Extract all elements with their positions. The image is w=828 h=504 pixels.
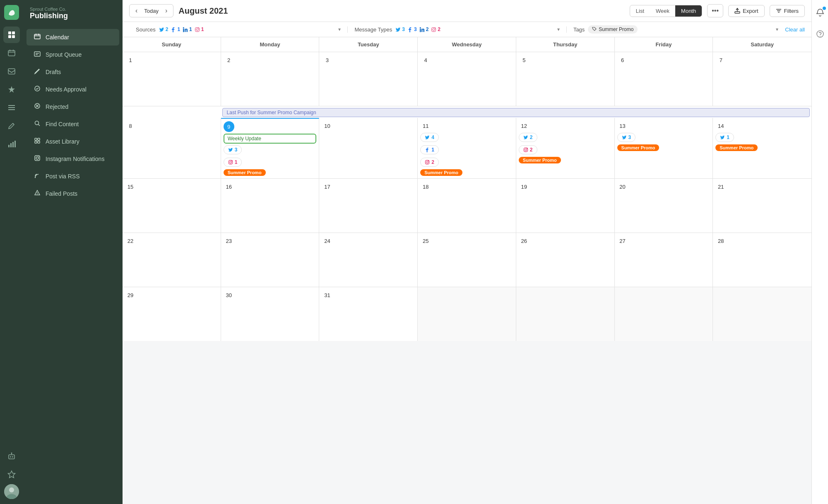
day-aug3[interactable]: 3 <box>319 52 418 106</box>
next-button[interactable]: › <box>163 6 170 15</box>
sidebar-item-asset-library[interactable]: Asset Library <box>26 133 119 150</box>
sidebar-item-drafts[interactable]: Drafts <box>26 64 119 80</box>
day-aug21[interactable]: 21 <box>713 179 811 233</box>
rail-analytics-icon[interactable] <box>3 136 20 152</box>
day-aug27[interactable]: 27 <box>615 233 713 287</box>
rail-pin-icon[interactable] <box>3 81 20 98</box>
event-instagram-1[interactable]: 1 <box>224 158 242 167</box>
day-aug9[interactable]: 9 Weekly Update 3 1 <box>221 118 320 178</box>
sources-arrow-icon[interactable]: ▾ <box>338 26 341 32</box>
export-button[interactable]: Export <box>728 5 765 17</box>
message-types-arrow-icon[interactable]: ▾ <box>557 26 560 32</box>
rail-list-icon[interactable] <box>3 99 20 116</box>
rail-calendar-icon[interactable] <box>3 45 20 61</box>
tag-summer-promo-12[interactable]: Summer Promo <box>519 157 561 163</box>
tag-summer-promo-9[interactable]: Summer Promo <box>224 169 266 176</box>
day-aug22[interactable]: 22 <box>123 233 221 287</box>
help-button[interactable] <box>813 26 828 41</box>
sidebar-item-sprout-queue[interactable]: Sprout Queue <box>26 46 119 63</box>
li-msg-chip[interactable]: 2 <box>419 26 429 32</box>
rail-star-icon[interactable] <box>3 466 20 482</box>
day-aug31[interactable]: 31 <box>319 287 418 341</box>
rail-bot-icon[interactable] <box>3 448 20 464</box>
spanning-event-container: Last Push for Summer Promo Campaign <box>222 108 810 118</box>
day-aug8[interactable]: 8 <box>123 118 221 178</box>
tags-arrow-icon[interactable]: ▾ <box>776 26 778 32</box>
sidebar-item-instagram-notifications[interactable]: Instagram Notifications <box>26 151 119 167</box>
event-twitter-4[interactable]: 4 <box>420 133 439 142</box>
today-button[interactable]: Today <box>142 7 161 15</box>
view-month-button[interactable]: Month <box>675 5 702 17</box>
filters-button[interactable]: Filters <box>770 5 805 17</box>
rail-inbox-icon[interactable] <box>3 63 20 79</box>
sidebar-item-calendar[interactable]: Calendar <box>26 29 119 46</box>
day-aug20[interactable]: 20 <box>615 179 713 233</box>
day-aug12[interactable]: 12 2 2 Sum <box>516 118 615 178</box>
day-aug5[interactable]: 5 <box>516 52 615 106</box>
rail-compose-icon[interactable] <box>3 118 20 134</box>
day-aug28[interactable]: 28 <box>713 233 811 287</box>
ig-msg-chip[interactable]: 2 <box>431 26 440 32</box>
svg-rect-58 <box>420 29 421 32</box>
day-aug13[interactable]: 13 3 Summer Promo <box>615 118 713 178</box>
spanning-event-bar[interactable]: Last Push for Summer Promo Campaign <box>222 108 810 117</box>
event-facebook-1[interactable]: 1 <box>420 145 439 154</box>
view-week-button[interactable]: Week <box>650 5 675 17</box>
day-aug2[interactable]: 2 <box>221 52 320 106</box>
event-weekly-update[interactable]: Weekly Update <box>224 134 317 144</box>
day-aug4[interactable]: 4 <box>418 52 516 106</box>
user-avatar[interactable] <box>4 484 19 499</box>
sidebar-item-needs-approval[interactable]: Needs Approval <box>26 81 119 98</box>
tag-summer-promo-13[interactable]: Summer Promo <box>617 144 660 151</box>
instagram-source-chip[interactable]: 1 <box>195 26 204 32</box>
more-options-button[interactable]: ••• <box>707 4 723 17</box>
day-aug17[interactable]: 17 <box>319 179 418 233</box>
sidebar-item-rejected[interactable]: Rejected <box>26 98 119 115</box>
tw-msg-chip[interactable]: 3 <box>395 26 405 32</box>
right-sidebar <box>811 0 828 504</box>
day-aug23[interactable]: 23 <box>221 233 320 287</box>
facebook-source-chip[interactable]: 1 <box>171 26 180 32</box>
day-sep2[interactable] <box>516 287 615 341</box>
twitter-source-chip[interactable]: 2 <box>159 26 168 32</box>
linkedin-source-chip[interactable]: 1 <box>183 26 192 32</box>
notifications-button[interactable] <box>813 5 828 20</box>
day-aug1[interactable]: 1 <box>123 52 221 106</box>
day-sep3[interactable] <box>615 287 713 341</box>
clear-all-button[interactable]: Clear all <box>785 26 805 33</box>
day-aug30[interactable]: 30 <box>221 287 320 341</box>
rail-publishing-icon[interactable] <box>3 26 20 43</box>
day-aug18[interactable]: 18 <box>418 179 516 233</box>
sidebar-item-failed-posts[interactable]: Failed Posts <box>26 185 119 202</box>
queue-icon <box>33 50 41 59</box>
fb-icon-11 <box>425 147 430 152</box>
sidebar-item-find-content[interactable]: Find Content <box>26 116 119 132</box>
tag-summer-promo-14[interactable]: Summer Promo <box>715 144 758 151</box>
day-aug14[interactable]: 14 1 Summer Promo <box>713 118 811 178</box>
event-twitter-3[interactable]: 3 <box>224 145 242 154</box>
prev-button[interactable]: ‹ <box>133 6 140 15</box>
event-twitter-1[interactable]: 1 <box>715 133 734 142</box>
tag-summer-promo-11[interactable]: Summer Promo <box>420 169 462 176</box>
fb-msg-chip[interactable]: 3 <box>407 26 417 32</box>
day-aug26[interactable]: 26 <box>516 233 615 287</box>
event-twitter-2[interactable]: 2 <box>519 133 537 142</box>
day-aug11[interactable]: 11 4 1 <box>418 118 516 178</box>
view-list-button[interactable]: List <box>630 5 650 17</box>
event-instagram-2b[interactable]: 2 <box>519 145 537 154</box>
day-aug16[interactable]: 16 <box>221 179 320 233</box>
day-aug24[interactable]: 24 <box>319 233 418 287</box>
day-sep1[interactable] <box>418 287 516 341</box>
event-instagram-2[interactable]: 2 <box>420 158 439 167</box>
active-tag-badge[interactable]: Summer Promo <box>588 25 638 34</box>
day-aug25[interactable]: 25 <box>418 233 516 287</box>
day-aug6[interactable]: 6 <box>615 52 713 106</box>
event-twitter-3b[interactable]: 3 <box>617 133 636 142</box>
day-sep4[interactable] <box>713 287 811 341</box>
day-aug15[interactable]: 15 <box>123 179 221 233</box>
day-aug7[interactable]: 7 <box>713 52 811 106</box>
day-aug19[interactable]: 19 <box>516 179 615 233</box>
day-aug29[interactable]: 29 <box>123 287 221 341</box>
sidebar-item-post-via-rss[interactable]: Post via RSS <box>26 168 119 185</box>
day-aug10[interactable]: 10 <box>319 118 418 178</box>
